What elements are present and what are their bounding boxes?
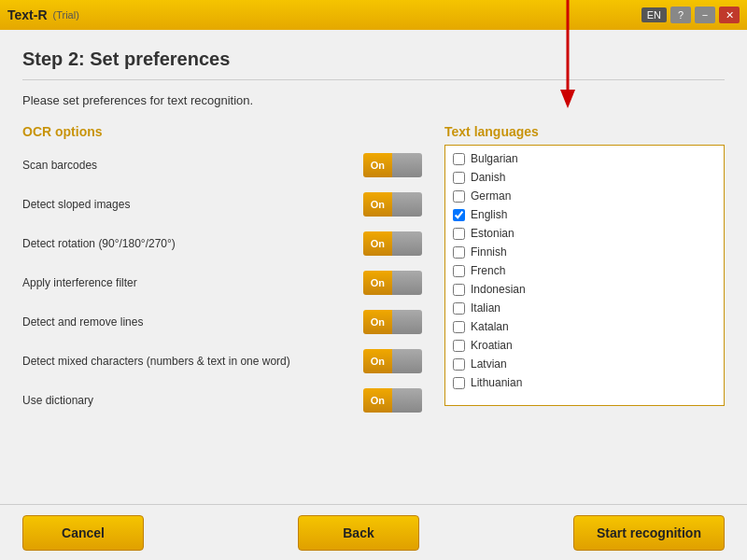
toggle-on-button[interactable]: On xyxy=(363,153,392,177)
ocr-option-row: Detect rotation (90°/180°/270°)On xyxy=(22,229,422,259)
ocr-options-title: OCR options xyxy=(22,124,422,139)
lang-button[interactable]: EN xyxy=(641,7,667,22)
app-title: Text-R xyxy=(7,7,48,22)
language-checkbox[interactable] xyxy=(453,284,465,296)
titlebar-controls: EN ? − ✕ xyxy=(641,7,740,23)
right-panel: Text languages BulgarianDanishGermanEngl… xyxy=(444,124,725,425)
subtitle: Please set preferences for text recognit… xyxy=(22,93,725,107)
language-item[interactable]: Danish xyxy=(445,168,724,187)
ocr-option-label: Detect sloped images xyxy=(22,198,363,211)
titlebar: Text-R (Trial) EN ? − ✕ xyxy=(0,0,747,30)
language-checkbox[interactable] xyxy=(453,321,465,333)
ocr-option-label: Detect mixed characters (numbers & text … xyxy=(22,355,363,368)
toggle-off-button[interactable] xyxy=(392,388,422,413)
ocr-option-row: Detect mixed characters (numbers & text … xyxy=(22,346,422,376)
language-item[interactable]: Italian xyxy=(445,299,724,317)
language-item[interactable]: Katalan xyxy=(445,317,724,336)
toggle-switch[interactable]: On xyxy=(363,349,422,373)
toggle-off-button[interactable] xyxy=(392,349,422,373)
language-checkbox[interactable] xyxy=(453,190,465,203)
trial-badge: (Trial) xyxy=(53,9,79,21)
language-checkbox[interactable] xyxy=(453,302,465,315)
language-label: Finnish xyxy=(471,245,507,259)
content-area: OCR options Scan barcodesOnDetect sloped… xyxy=(22,124,725,425)
language-checkbox[interactable] xyxy=(453,377,465,389)
language-label: Latvian xyxy=(471,357,507,371)
start-recognition-button[interactable]: Start recognition xyxy=(573,515,725,551)
ocr-option-label: Detect and remove lines xyxy=(22,315,363,329)
language-label: Katalan xyxy=(471,320,509,333)
language-label: Kroatian xyxy=(471,339,513,352)
language-item[interactable]: Finnish xyxy=(445,243,724,261)
toggle-on-button[interactable]: On xyxy=(363,388,392,413)
ocr-option-row: Scan barcodesOn xyxy=(22,150,422,180)
ocr-option-row: Detect sloped imagesOn xyxy=(22,189,422,219)
language-label: Estonian xyxy=(471,227,514,240)
toggle-off-button[interactable] xyxy=(392,192,422,217)
language-label: Italian xyxy=(471,301,500,315)
language-item[interactable]: Latvian xyxy=(445,355,724,373)
language-checkbox[interactable] xyxy=(453,246,465,259)
toggle-switch[interactable]: On xyxy=(363,192,422,217)
toggle-off-button[interactable] xyxy=(392,310,422,334)
ocr-option-label: Use dictionary xyxy=(22,394,363,407)
language-label: French xyxy=(471,264,505,277)
language-checkbox[interactable] xyxy=(453,228,465,240)
minimize-button[interactable]: − xyxy=(695,7,715,23)
help-button[interactable]: ? xyxy=(670,7,691,23)
left-panel: OCR options Scan barcodesOnDetect sloped… xyxy=(22,124,422,425)
language-item[interactable]: Estonian xyxy=(445,224,724,243)
ocr-option-row: Use dictionaryOn xyxy=(22,385,422,415)
ocr-option-label: Scan barcodes xyxy=(22,159,363,172)
titlebar-left: Text-R (Trial) xyxy=(7,7,79,22)
language-label: German xyxy=(471,189,511,203)
back-button[interactable]: Back xyxy=(298,515,419,551)
button-bar: Cancel Back Start recognition xyxy=(0,504,747,560)
language-item[interactable]: Indonesian xyxy=(445,280,724,299)
toggle-on-button[interactable]: On xyxy=(363,310,392,334)
language-checkbox[interactable] xyxy=(453,340,465,352)
language-item[interactable]: French xyxy=(445,261,724,280)
toggle-off-button[interactable] xyxy=(392,153,422,177)
language-item[interactable]: Bulgarian xyxy=(445,149,724,168)
red-arrow-icon xyxy=(557,0,579,119)
language-item[interactable]: English xyxy=(445,205,724,224)
language-item[interactable]: Lithuanian xyxy=(445,373,724,392)
ocr-option-row: Apply interference filterOn xyxy=(22,268,422,298)
ocr-option-label: Detect rotation (90°/180°/270°) xyxy=(22,237,363,250)
language-checkbox[interactable] xyxy=(453,265,465,277)
ocr-options-list: Scan barcodesOnDetect sloped imagesOnDet… xyxy=(22,150,422,415)
toggle-switch[interactable]: On xyxy=(363,153,422,177)
svg-marker-1 xyxy=(560,90,575,108)
step-title: Step 2: Set preferences xyxy=(22,49,725,70)
language-label: Lithuanian xyxy=(471,376,522,389)
section-divider xyxy=(22,79,725,80)
cancel-button[interactable]: Cancel xyxy=(22,515,144,551)
language-item[interactable]: German xyxy=(445,187,724,205)
language-checkbox[interactable] xyxy=(453,358,465,371)
language-label: Danish xyxy=(471,171,505,184)
toggle-switch[interactable]: On xyxy=(363,388,422,413)
language-checkbox[interactable] xyxy=(453,209,465,221)
toggle-on-button[interactable]: On xyxy=(363,271,392,295)
language-item[interactable]: Kroatian xyxy=(445,336,724,355)
text-languages-title: Text languages xyxy=(444,124,725,139)
toggle-on-button[interactable]: On xyxy=(363,231,392,256)
language-label: English xyxy=(471,208,507,221)
toggle-on-button[interactable]: On xyxy=(363,349,392,373)
toggle-switch[interactable]: On xyxy=(363,310,422,334)
close-button[interactable]: ✕ xyxy=(719,7,740,23)
language-checkbox[interactable] xyxy=(453,153,465,165)
languages-list[interactable]: BulgarianDanishGermanEnglishEstonianFinn… xyxy=(444,145,725,406)
toggle-on-button[interactable]: On xyxy=(363,192,392,217)
toggle-switch[interactable]: On xyxy=(363,231,422,256)
toggle-off-button[interactable] xyxy=(392,271,422,295)
ocr-option-label: Apply interference filter xyxy=(22,276,363,289)
language-label: Indonesian xyxy=(471,283,526,296)
main-content: Step 2: Set preferences Please set prefe… xyxy=(0,30,747,504)
language-checkbox[interactable] xyxy=(453,172,465,184)
toggle-off-button[interactable] xyxy=(392,231,422,256)
toggle-switch[interactable]: On xyxy=(363,271,422,295)
language-label: Bulgarian xyxy=(471,152,518,165)
ocr-option-row: Detect and remove linesOn xyxy=(22,307,422,337)
